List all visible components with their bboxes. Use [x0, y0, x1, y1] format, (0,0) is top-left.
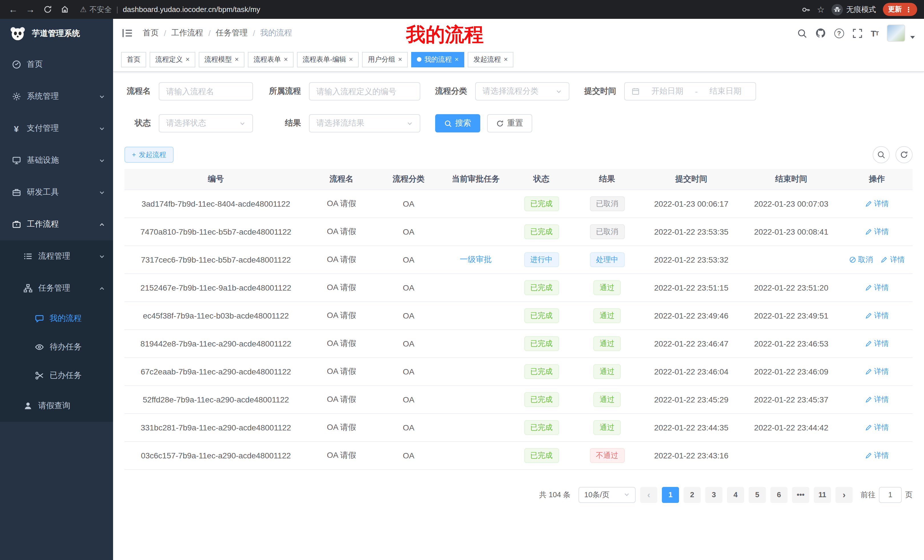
url-text[interactable]: dashboard.yudao.iocoder.cn/bpm/task/my [123, 5, 260, 14]
sidebar-item-todo-tasks[interactable]: 待办任务 [0, 333, 113, 361]
forward-icon[interactable]: → [23, 2, 38, 17]
tab-process-model[interactable]: 流程模型× [199, 52, 244, 67]
detail-label: 详情 [874, 366, 889, 376]
process-name-input[interactable] [159, 82, 253, 100]
detail-link[interactable]: 详情 [865, 198, 889, 209]
detail-link[interactable]: 详情 [865, 450, 889, 460]
close-icon[interactable]: × [454, 56, 459, 63]
github-icon[interactable] [815, 28, 825, 38]
tab-start-process[interactable]: 发起流程× [468, 52, 513, 67]
create-process-button[interactable]: + 发起流程 [124, 147, 174, 163]
process-definition-input[interactable] [309, 82, 420, 100]
tab-process-definition[interactable]: 流程定义× [150, 52, 195, 67]
close-icon[interactable]: × [398, 56, 402, 63]
chevron-up-icon [99, 221, 105, 228]
sidebar-item-system[interactable]: 系统管理 [0, 81, 113, 112]
detail-link[interactable]: 详情 [865, 282, 889, 293]
key-icon[interactable] [801, 5, 810, 14]
sidebar-item-workflow[interactable]: 工作流程 [0, 208, 113, 240]
page-button-6[interactable]: 6 [770, 487, 788, 503]
help-icon[interactable]: ? [834, 28, 844, 38]
avatar-caret-icon[interactable] [910, 36, 915, 39]
sidebar-item-payment[interactable]: ¥ 支付管理 [0, 112, 113, 144]
logo[interactable]: 芋道管理系统 [0, 19, 113, 48]
search-icon[interactable] [797, 28, 807, 38]
toggle-search-button[interactable] [873, 146, 890, 163]
result-select[interactable]: 请选择流结果 [309, 114, 420, 132]
next-page-button[interactable]: › [836, 487, 853, 503]
fontsize-icon[interactable]: TT [871, 28, 878, 38]
cell-name: OA 请假 [307, 217, 376, 246]
status-select[interactable]: 请选择状态 [159, 114, 253, 132]
close-icon[interactable]: × [504, 56, 508, 63]
detail-link[interactable]: 详情 [865, 366, 889, 376]
detail-link[interactable]: 详情 [865, 422, 889, 433]
bookmark-star-icon[interactable]: ☆ [817, 4, 825, 15]
sidebar-item-my-process[interactable]: 我的流程 [0, 304, 113, 333]
sidebar-item-leave-query[interactable]: 请假查询 [0, 390, 113, 422]
home-icon[interactable] [57, 2, 72, 17]
close-icon[interactable]: × [349, 56, 353, 63]
sidebar-item-done-tasks[interactable]: 已办任务 [0, 361, 113, 390]
tab-process-form[interactable]: 流程表单× [248, 52, 294, 67]
sidebar-item-home[interactable]: 首页 [0, 48, 113, 81]
tab-home[interactable]: 首页 [121, 52, 146, 67]
security-warning[interactable]: ⚠ 不安全 [80, 4, 112, 15]
sidebar-item-label: 基础设施 [27, 155, 59, 166]
filter-row-1: 流程名 所属流程 流程分类 请选择流程分类 [124, 82, 913, 100]
sidebar-item-task-management[interactable]: 任务管理 [0, 272, 113, 304]
page-button-3[interactable]: 3 [705, 487, 722, 503]
goto-page-input[interactable] [879, 487, 902, 503]
page-button-4[interactable]: 4 [727, 487, 744, 503]
breadcrumb-item[interactable]: 首页 [143, 28, 159, 38]
sidebar-item-infrastructure[interactable]: 基础设施 [0, 144, 113, 177]
sidebar-item-process-management[interactable]: 流程管理 [0, 240, 113, 272]
address-bar[interactable]: ⚠ 不安全 | dashboard.yudao.iocoder.cn/bpm/t… [80, 4, 801, 15]
search-button[interactable]: 搜索 [435, 114, 480, 132]
cell-name: OA 请假 [307, 329, 376, 357]
cell-submit-time: 2022-01-22 23:49:46 [641, 301, 741, 329]
chevron-down-icon [99, 189, 105, 196]
breadcrumb-item[interactable]: 工作流程 [171, 28, 203, 38]
reset-button[interactable]: 重置 [487, 114, 532, 132]
tab-my-process[interactable]: 我的流程× [411, 52, 464, 67]
tab-user-group[interactable]: 用户分组× [362, 52, 408, 67]
detail-link[interactable]: 详情 [881, 254, 905, 265]
close-icon[interactable]: × [235, 56, 239, 63]
tab-label: 用户分组 [368, 54, 395, 64]
page-button-5[interactable]: 5 [748, 487, 766, 503]
submit-time-range-picker[interactable]: 开始日期 - 结束日期 [624, 82, 756, 100]
more-pages-button[interactable]: ••• [792, 487, 809, 503]
refresh-table-button[interactable] [896, 146, 913, 163]
chevron-down-icon [406, 120, 413, 126]
update-button[interactable]: 更新 ⋮ [883, 3, 917, 16]
tab-label: 流程模型 [204, 54, 232, 64]
page-size-select[interactable]: 10条/页 [579, 487, 636, 503]
kebab-menu-icon[interactable]: ⋮ [905, 5, 912, 13]
cell-submit-time: 2022-01-22 23:53:35 [641, 217, 741, 246]
pencil-icon [865, 452, 872, 459]
prev-page-button[interactable]: ‹ [640, 487, 657, 503]
detail-link[interactable]: 详情 [865, 394, 889, 404]
incognito-label: 无痕模式 [846, 4, 876, 15]
tab-process-form-edit[interactable]: 流程表单-编辑× [297, 52, 358, 67]
breadcrumb-item[interactable]: 任务管理 [216, 28, 248, 38]
detail-link[interactable]: 详情 [865, 338, 889, 349]
hamburger-icon[interactable] [122, 28, 132, 38]
refresh-icon[interactable] [40, 2, 55, 17]
pencil-icon [865, 368, 872, 375]
back-icon[interactable]: ← [6, 2, 21, 17]
fullscreen-icon[interactable] [852, 28, 862, 38]
close-icon[interactable]: × [186, 56, 190, 63]
page-button-1[interactable]: 1 [662, 487, 679, 503]
sidebar-item-devtools[interactable]: 研发工具 [0, 177, 113, 208]
detail-link[interactable]: 详情 [865, 226, 889, 237]
page-button-2[interactable]: 2 [684, 487, 701, 503]
page-button-11[interactable]: 11 [814, 487, 831, 503]
close-icon[interactable]: × [284, 56, 288, 63]
current-task-link[interactable]: 一级审批 [460, 254, 492, 264]
process-category-select[interactable]: 请选择流程分类 [475, 82, 569, 100]
detail-link[interactable]: 详情 [865, 310, 889, 320]
cancel-link[interactable]: 取消 [849, 254, 873, 265]
avatar[interactable] [887, 24, 905, 42]
